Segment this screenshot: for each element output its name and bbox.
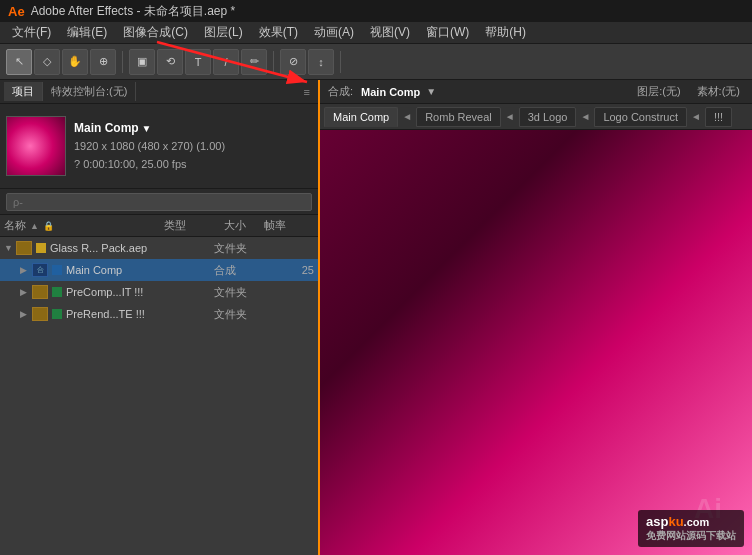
- comp-header-label: 合成:: [324, 84, 357, 99]
- comp-tab-3dlogo[interactable]: 3d Logo: [519, 107, 577, 127]
- list-item[interactable]: ▶ PreComp...IT !!! 文件夹: [0, 281, 318, 303]
- tab-effects-control[interactable]: 特效控制台:(无): [43, 82, 136, 101]
- tool-pen[interactable]: /: [213, 49, 239, 75]
- preview-resolution: 1920 x 1080 (480 x 270) (1.00): [74, 138, 225, 156]
- label-box: [36, 243, 46, 253]
- list-item[interactable]: ▶ PreRend...TE !!! 文件夹: [0, 303, 318, 325]
- menu-window[interactable]: 窗口(W): [418, 22, 477, 43]
- watermark-com: .com: [684, 516, 710, 528]
- comp-tabs: Main Comp ◄ Romb Reveal ◄ 3d Logo ◄ Logo…: [320, 104, 752, 130]
- sort-arrow: ▲: [30, 221, 39, 231]
- search-bar: [0, 189, 318, 215]
- app-icon: Ae: [8, 4, 25, 19]
- expand-icon[interactable]: ▶: [20, 265, 32, 275]
- menu-edit[interactable]: 编辑(E): [59, 22, 115, 43]
- preview-duration: ? 0:00:10:00, 25.00 fps: [74, 156, 225, 174]
- watermark-text: aspku.com: [646, 514, 709, 529]
- comp-icon: 合: [32, 263, 48, 277]
- menu-bar: 文件(F) 编辑(E) 图像合成(C) 图层(L) 效果(T) 动画(A) 视图…: [0, 22, 752, 44]
- tool-select[interactable]: ↖: [6, 49, 32, 75]
- label-box: [52, 287, 62, 297]
- search-input[interactable]: [6, 193, 312, 211]
- left-panel-header: 项目 特效控制台:(无) ≡: [0, 80, 318, 104]
- file-name: Main Comp: [66, 264, 214, 276]
- comp-viewport: Ai aspku.com 免费网站源码下载站: [320, 130, 752, 555]
- tool-mask[interactable]: ⊘: [280, 49, 306, 75]
- col-size-header: 大小: [224, 218, 264, 233]
- title-bar: Ae Adobe After Effects - 未命名项目.aep *: [0, 0, 752, 22]
- expand-icon[interactable]: ▶: [20, 287, 32, 297]
- file-type: 文件夹: [214, 241, 274, 256]
- tool-zoom[interactable]: ⊕: [90, 49, 116, 75]
- tool-rect[interactable]: ▣: [129, 49, 155, 75]
- label-box: [52, 309, 62, 319]
- preview-info: Main Comp 1920 x 1080 (480 x 270) (1.00)…: [74, 119, 225, 173]
- menu-help[interactable]: 帮助(H): [477, 22, 534, 43]
- comp-tab-extra[interactable]: !!!: [705, 107, 732, 127]
- folder-icon: [16, 241, 32, 255]
- toolbar: ↖ ◇ ✋ ⊕ ▣ ⟲ T / ✏ ⊘ ↕: [0, 44, 752, 80]
- comp-header: 合成: Main Comp ▼ 图层:(无) 素材:(无): [320, 80, 752, 104]
- file-type: 合成: [214, 263, 274, 278]
- tool-shape[interactable]: ◇: [34, 49, 60, 75]
- preview-comp-name: Main Comp: [74, 119, 225, 138]
- col-lock-icon: 🔒: [43, 221, 54, 231]
- menu-composition[interactable]: 图像合成(C): [115, 22, 196, 43]
- menu-file[interactable]: 文件(F): [4, 22, 59, 43]
- tool-rotate[interactable]: ⟲: [157, 49, 183, 75]
- file-name: PreComp...IT !!!: [66, 286, 214, 298]
- watermark-asp: asp: [646, 514, 668, 529]
- comp-tab-romb[interactable]: Romb Reveal: [416, 107, 501, 127]
- tab-arrow[interactable]: ◄: [400, 111, 414, 122]
- watermark-sub: 免费网站源码下载站: [646, 529, 736, 543]
- main-layout: 项目 特效控制台:(无) ≡ Main Comp 1920 x 1080 (48…: [0, 80, 752, 555]
- app-title: Adobe After Effects - 未命名项目.aep *: [31, 3, 236, 20]
- menu-layer[interactable]: 图层(L): [196, 22, 251, 43]
- tool-sep-1: [122, 51, 123, 73]
- expand-icon[interactable]: ▼: [4, 243, 16, 253]
- col-type-header: 类型: [164, 218, 224, 233]
- material-label: 素材:(无): [689, 84, 748, 99]
- col-name-header: 名称 ▲ 🔒: [4, 218, 164, 233]
- tab-project[interactable]: 项目: [4, 82, 43, 101]
- left-panel: 项目 特效控制台:(无) ≡ Main Comp 1920 x 1080 (48…: [0, 80, 320, 555]
- comp-header-name: Main Comp: [357, 86, 424, 98]
- layers-label: 图层:(无): [629, 84, 688, 99]
- comp-tab-main[interactable]: Main Comp: [324, 107, 398, 127]
- tab-arrow[interactable]: ◄: [689, 111, 703, 122]
- tab-arrow[interactable]: ◄: [503, 111, 517, 122]
- project-panel: Main Comp 1920 x 1080 (480 x 270) (1.00)…: [0, 104, 318, 555]
- preview-thumbnail: [6, 116, 66, 176]
- col-rate-header: 帧率: [264, 218, 304, 233]
- tool-brush[interactable]: ✏: [241, 49, 267, 75]
- tool-hand[interactable]: ✋: [62, 49, 88, 75]
- menu-view[interactable]: 视图(V): [362, 22, 418, 43]
- watermark: aspku.com 免费网站源码下载站: [638, 510, 744, 547]
- watermark-ku: ku: [668, 514, 683, 529]
- menu-effects[interactable]: 效果(T): [251, 22, 306, 43]
- file-type: 文件夹: [214, 285, 274, 300]
- folder-icon: [32, 307, 48, 321]
- tool-camera[interactable]: ↕: [308, 49, 334, 75]
- comp-header-arrow[interactable]: ▼: [424, 86, 438, 97]
- expand-icon[interactable]: ▶: [20, 309, 32, 319]
- file-list: ▼ Glass R... Pack.aep 文件夹 ▶ 合 Main Comp …: [0, 237, 318, 555]
- tool-sep-2: [273, 51, 274, 73]
- left-panel-menu[interactable]: ≡: [300, 86, 314, 98]
- preview-area: Main Comp 1920 x 1080 (480 x 270) (1.00)…: [0, 104, 318, 189]
- file-size: 25: [274, 264, 314, 276]
- list-item[interactable]: ▶ 合 Main Comp 合成 25: [0, 259, 318, 281]
- tool-sep-3: [340, 51, 341, 73]
- comp-tab-logo[interactable]: Logo Construct: [594, 107, 687, 127]
- label-box: [52, 265, 62, 275]
- column-headers: 名称 ▲ 🔒 类型 大小 帧率: [0, 215, 318, 237]
- list-item[interactable]: ▼ Glass R... Pack.aep 文件夹: [0, 237, 318, 259]
- file-name: Glass R... Pack.aep: [50, 242, 214, 254]
- file-name: PreRend...TE !!!: [66, 308, 214, 320]
- file-type: 文件夹: [214, 307, 274, 322]
- right-panel: 合成: Main Comp ▼ 图层:(无) 素材:(无) Main Comp …: [320, 80, 752, 555]
- folder-icon: [32, 285, 48, 299]
- tab-arrow[interactable]: ◄: [578, 111, 592, 122]
- tool-text[interactable]: T: [185, 49, 211, 75]
- menu-animation[interactable]: 动画(A): [306, 22, 362, 43]
